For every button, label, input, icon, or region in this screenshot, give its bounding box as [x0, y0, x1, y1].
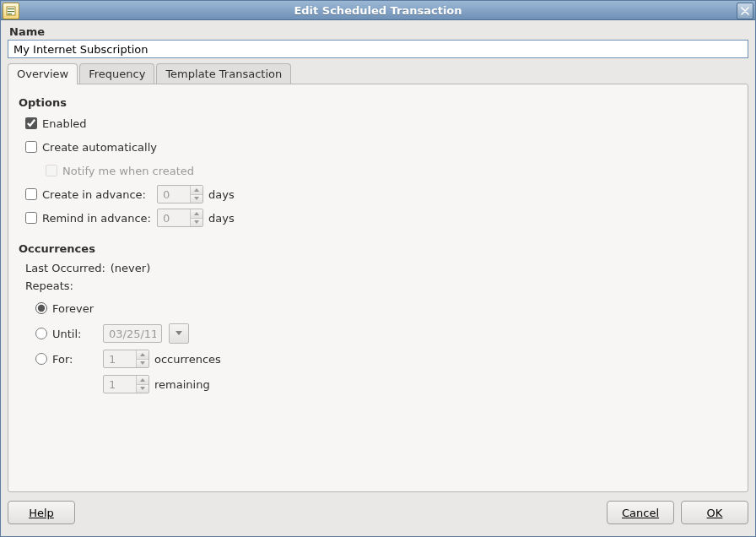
- spinner-up[interactable]: [191, 186, 202, 194]
- remind-advance-spinner[interactable]: [157, 209, 203, 227]
- spinner-buttons: [190, 186, 202, 203]
- remind-advance-value: [158, 209, 190, 226]
- help-button-label: Help: [29, 507, 54, 519]
- tabs-container: Overview Frequency Template Transaction …: [8, 63, 748, 492]
- last-occurred-row: Last Occurred: (never): [25, 260, 737, 275]
- notify-label: Notify me when created: [62, 165, 194, 177]
- spinner-down[interactable]: [137, 384, 148, 393]
- for-count-spinner[interactable]: [103, 350, 149, 368]
- spinner-buttons: [136, 350, 148, 367]
- create-advance-row: Create in advance: days: [25, 185, 737, 203]
- for-row: For: occurrences: [35, 348, 737, 370]
- chevron-down-icon: [194, 197, 199, 200]
- app-icon: [3, 3, 19, 19]
- until-radio[interactable]: [35, 328, 47, 339]
- for-count-value: [104, 350, 136, 367]
- remaining-spinner[interactable]: [103, 375, 149, 393]
- last-occurred-label: Last Occurred:: [25, 262, 105, 274]
- remind-advance-suffix: days: [208, 212, 235, 225]
- window-title: Edit Scheduled Transaction: [294, 4, 462, 17]
- create-auto-label: Create automatically: [42, 141, 157, 154]
- chevron-up-icon: [194, 188, 199, 192]
- name-label: Name: [9, 25, 748, 38]
- enabled-label: Enabled: [42, 117, 87, 130]
- create-auto-checkbox[interactable]: [25, 141, 37, 153]
- tab-frequency[interactable]: Frequency: [79, 63, 154, 84]
- create-auto-row[interactable]: Create automatically: [25, 138, 737, 156]
- content-area: Name Overview Frequency Template Transac…: [1, 20, 755, 496]
- remaining-value: [104, 376, 136, 393]
- last-occurred-value: (never): [111, 262, 150, 274]
- remaining-suffix: remaining: [154, 378, 210, 391]
- spinner-buttons: [190, 209, 202, 226]
- chevron-up-icon: [140, 378, 145, 382]
- forever-row[interactable]: Forever: [35, 297, 737, 319]
- chevron-down-icon: [176, 331, 182, 336]
- remind-advance-row: Remind in advance: days: [25, 209, 737, 227]
- remind-advance-checkbox[interactable]: [25, 212, 37, 224]
- tab-panel-overview: Options Enabled Create automatically Not…: [8, 84, 748, 492]
- edit-scheduled-transaction-dialog: Edit Scheduled Transaction Name Overview…: [0, 0, 756, 537]
- cancel-button-label: Cancel: [622, 507, 659, 519]
- forever-radio[interactable]: [35, 302, 47, 314]
- for-radio[interactable]: [35, 353, 47, 365]
- chevron-down-icon: [194, 220, 199, 224]
- svg-rect-2: [8, 11, 14, 12]
- ok-button-label: OK: [707, 507, 723, 519]
- until-date-input[interactable]: [103, 324, 162, 343]
- options-rows: Enabled Create automatically Notify me w…: [25, 114, 737, 227]
- name-input[interactable]: [8, 40, 748, 58]
- close-icon: [741, 7, 749, 15]
- chevron-up-icon: [194, 212, 199, 215]
- occurrences-heading: Occurrences: [19, 242, 737, 255]
- repeats-options: Forever Until:: [35, 297, 737, 395]
- create-advance-label: Create in advance:: [42, 188, 152, 201]
- chevron-down-icon: [140, 387, 145, 390]
- tab-strip: Overview Frequency Template Transaction: [8, 63, 748, 84]
- until-label: Until:: [52, 328, 98, 340]
- enabled-checkbox[interactable]: [25, 117, 37, 129]
- ok-button[interactable]: OK: [681, 501, 748, 524]
- spinner-up[interactable]: [191, 209, 202, 218]
- repeats-label-row: Repeats:: [25, 279, 737, 292]
- help-button[interactable]: Help: [8, 501, 75, 524]
- occurrences-section: Occurrences Last Occurred: (never) Repea…: [19, 242, 737, 395]
- create-advance-value: [158, 186, 190, 203]
- spinner-down[interactable]: [137, 359, 148, 368]
- for-suffix: occurrences: [154, 353, 221, 366]
- title-bar: Edit Scheduled Transaction: [1, 1, 755, 20]
- create-advance-spinner[interactable]: [157, 185, 203, 203]
- enabled-row[interactable]: Enabled: [25, 114, 737, 133]
- repeats-label: Repeats:: [25, 279, 73, 292]
- remind-advance-label: Remind in advance:: [42, 212, 152, 225]
- spinner-down[interactable]: [191, 218, 202, 227]
- remaining-row: remaining: [35, 373, 737, 395]
- notify-row: Notify me when created: [46, 161, 737, 180]
- create-advance-suffix: days: [208, 188, 235, 201]
- tab-template-transaction[interactable]: Template Transaction: [156, 63, 291, 84]
- until-date-picker-button[interactable]: [169, 323, 189, 344]
- cancel-button[interactable]: Cancel: [607, 501, 674, 524]
- notify-checkbox: [46, 165, 57, 176]
- chevron-down-icon: [140, 361, 145, 365]
- dialog-footer: Help Cancel OK: [1, 496, 755, 536]
- spinner-up[interactable]: [137, 376, 148, 384]
- forever-label: Forever: [52, 302, 94, 315]
- spinner-up[interactable]: [137, 350, 148, 359]
- tab-overview[interactable]: Overview: [8, 63, 78, 84]
- close-button[interactable]: [737, 3, 753, 19]
- spinner-down[interactable]: [191, 194, 202, 203]
- for-label: For:: [52, 353, 98, 366]
- chevron-up-icon: [140, 353, 145, 356]
- create-advance-checkbox[interactable]: [25, 188, 37, 200]
- spinner-buttons: [136, 376, 148, 393]
- until-row: Until:: [35, 323, 737, 344]
- options-heading: Options: [19, 96, 737, 109]
- svg-rect-1: [8, 8, 14, 9]
- svg-rect-3: [8, 14, 12, 14]
